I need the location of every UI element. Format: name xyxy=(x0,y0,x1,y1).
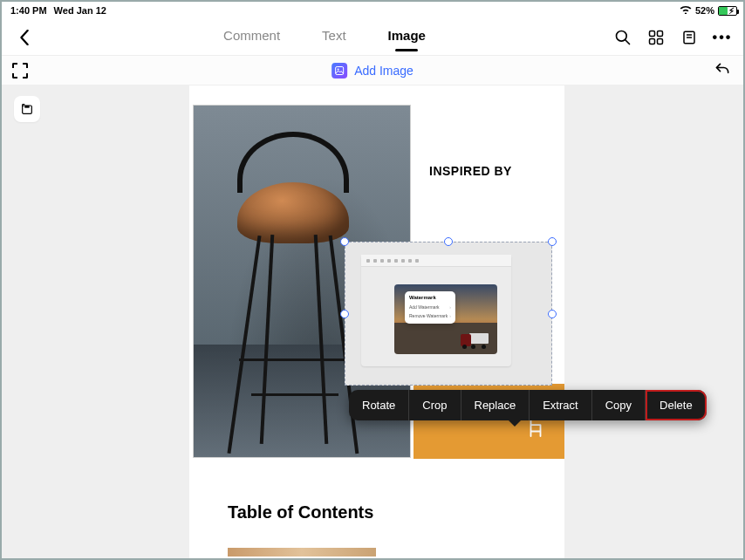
document-canvas[interactable]: INSPIRED BY Table of Contents Watermark … xyxy=(2,85,743,558)
resize-handle[interactable] xyxy=(340,237,349,246)
image-icon xyxy=(331,63,347,79)
search-icon[interactable] xyxy=(614,29,632,46)
ctx-rotate[interactable]: Rotate xyxy=(349,390,409,420)
svg-rect-3 xyxy=(658,31,663,36)
tab-image[interactable]: Image xyxy=(388,28,426,46)
decor-strip xyxy=(228,548,376,557)
resize-handle[interactable] xyxy=(548,237,557,246)
top-nav: Comment Text Image ••• xyxy=(2,19,743,56)
ctx-crop[interactable]: Crop xyxy=(409,390,461,420)
svg-rect-4 xyxy=(650,38,655,44)
ctx-delete[interactable]: Delete xyxy=(646,390,707,420)
svg-rect-5 xyxy=(658,38,663,44)
svg-line-1 xyxy=(625,39,630,44)
more-icon[interactable]: ••• xyxy=(714,29,731,46)
reader-icon[interactable] xyxy=(680,29,698,46)
menu-arrow-icon xyxy=(508,420,522,427)
mode-tabs: Comment Text Image xyxy=(223,28,426,46)
selected-image[interactable]: Watermark Add Watermark Remove Watermark xyxy=(345,242,552,386)
svg-rect-9 xyxy=(336,66,344,74)
apps-grid-icon[interactable] xyxy=(647,29,665,46)
battery-percent: 52% xyxy=(695,5,714,16)
tab-text[interactable]: Text xyxy=(322,28,346,46)
ctx-copy[interactable]: Copy xyxy=(592,390,646,420)
resize-handle[interactable] xyxy=(444,237,453,246)
heading-inspired-by: INSPIRED BY xyxy=(429,164,512,178)
resize-handle[interactable] xyxy=(340,310,349,318)
save-button[interactable] xyxy=(14,96,40,122)
add-image-label: Add Image xyxy=(354,64,414,78)
inserted-image-content: Watermark Add Watermark Remove Watermark xyxy=(361,255,511,366)
ctx-extract[interactable]: Extract xyxy=(530,390,591,420)
tab-comment[interactable]: Comment xyxy=(223,28,280,46)
svg-rect-2 xyxy=(650,31,655,36)
wifi-icon xyxy=(680,5,692,16)
image-context-menu: Rotate Crop Replace Extract Copy Delete xyxy=(349,390,707,420)
svg-rect-12 xyxy=(24,106,29,108)
status-date: Wed Jan 12 xyxy=(54,5,106,16)
ctx-replace[interactable]: Replace xyxy=(461,390,530,420)
svg-point-10 xyxy=(338,68,339,70)
heading-table-of-contents: Table of Contents xyxy=(228,502,373,522)
undo-button[interactable] xyxy=(714,61,731,82)
status-bar: 1:40 PM Wed Jan 12 52% ⚡︎ xyxy=(2,2,743,19)
status-time: 1:40 PM xyxy=(10,5,47,16)
add-image-button[interactable]: Add Image xyxy=(331,63,414,79)
resize-handle[interactable] xyxy=(548,310,557,318)
battery-icon xyxy=(718,6,737,16)
selection-tool-icon[interactable] xyxy=(12,63,28,79)
back-button[interactable] xyxy=(14,27,35,48)
sub-toolbar: Add Image xyxy=(2,56,743,85)
